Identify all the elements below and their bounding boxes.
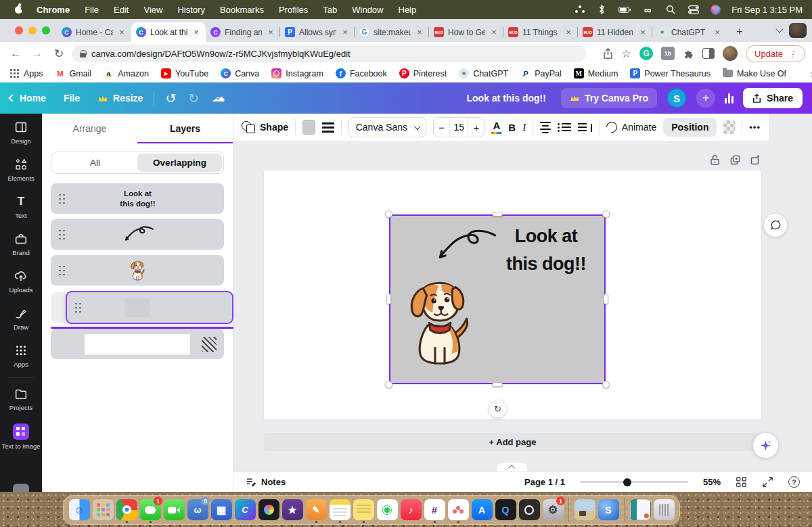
drag-handle-icon[interactable]: [58, 193, 66, 204]
menu-view[interactable]: View: [143, 5, 162, 15]
layer-background[interactable]: [51, 329, 224, 359]
position-button[interactable]: Position: [663, 118, 717, 137]
menubar-clock[interactable]: Fri Sep 1 3:15 PM: [731, 5, 803, 15]
dock-quicktime-icon[interactable]: [495, 497, 516, 523]
forward-button[interactable]: [28, 45, 46, 62]
dock-facetime-icon[interactable]: [163, 497, 185, 523]
blocker-extension-icon[interactable]: [661, 47, 675, 60]
dock-minimized-window-icon[interactable]: [629, 497, 651, 523]
url-text[interactable]: canva.com/design/DAFtO5Wn9ow/z-r5MCJKvjs…: [91, 49, 351, 59]
dock-stacks-icon[interactable]: [574, 497, 595, 523]
dock-finder-icon[interactable]: [68, 497, 90, 523]
dock-davinci-resolve-icon[interactable]: [258, 497, 279, 523]
menu-edit[interactable]: Edit: [114, 5, 129, 15]
bookmark-canva[interactable]: Canva: [221, 68, 259, 78]
tab-11-things[interactable]: 11 Things You: [503, 22, 578, 42]
bold-button[interactable]: B: [508, 122, 516, 133]
dock-pages-icon[interactable]: [305, 497, 327, 523]
file-menu-button[interactable]: File: [64, 93, 80, 104]
omnibox[interactable]: canva.com/design/DAFtO5Wn9ow/z-r5MCJKvjs…: [72, 45, 586, 62]
tab-home-canva[interactable]: Home - Canv: [57, 22, 131, 42]
sidebar-item-elements[interactable]: Elements: [0, 151, 42, 188]
bookmark-pinterest[interactable]: Pinterest: [399, 68, 447, 78]
sidepanel-icon[interactable]: [702, 48, 715, 59]
menu-window[interactable]: Window: [352, 5, 383, 15]
tab-arrange[interactable]: Arrange: [42, 114, 137, 143]
spotlight-icon[interactable]: [664, 4, 677, 15]
control-center-icon[interactable]: [687, 4, 700, 15]
drag-handle-icon[interactable]: [58, 229, 66, 240]
account-avatar[interactable]: S: [667, 88, 687, 108]
new-tab-button[interactable]: [731, 23, 748, 41]
menu-file[interactable]: File: [85, 5, 99, 15]
dock-canva-icon[interactable]: [234, 497, 256, 523]
chrome-update-button[interactable]: Update: [746, 45, 805, 62]
tab-close-icon[interactable]: [713, 28, 722, 37]
border-weight-icon[interactable]: [322, 122, 334, 133]
tab-close-icon[interactable]: [340, 28, 350, 37]
lock-page-button[interactable]: [709, 154, 721, 166]
zoom-level[interactable]: 55%: [703, 477, 721, 487]
dock-settings-icon[interactable]: 1: [542, 497, 564, 523]
partial-app-icon[interactable]: [13, 484, 29, 492]
browser-profile-avatar[interactable]: [723, 46, 738, 61]
dock-screenshot-icon[interactable]: [518, 497, 540, 523]
grammarly-extension-icon[interactable]: [639, 47, 653, 60]
tab-close-icon[interactable]: [117, 28, 127, 37]
sidebar-item-draw[interactable]: Draw: [0, 300, 42, 337]
font-size-value[interactable]: 15: [449, 118, 468, 137]
share-page-icon[interactable]: [603, 48, 613, 60]
help-button[interactable]: [788, 476, 800, 488]
more-options-button[interactable]: •••: [749, 122, 761, 133]
design-text[interactable]: Look atthis dog!!: [491, 223, 602, 278]
dock-slack-icon[interactable]: [424, 497, 445, 523]
back-button[interactable]: [7, 45, 24, 62]
share-button[interactable]: Share: [743, 88, 803, 108]
dock-findmy-icon[interactable]: [376, 497, 398, 523]
tab-search-chevron-icon[interactable]: [775, 25, 783, 32]
menu-bookmarks[interactable]: Bookmarks: [220, 5, 264, 15]
resize-handle-se[interactable]: [602, 381, 610, 388]
zoom-slider[interactable]: [580, 481, 688, 483]
chrome-menu-icon[interactable]: [788, 49, 796, 59]
reload-button[interactable]: [50, 45, 68, 62]
siri-icon[interactable]: [710, 5, 721, 15]
layer-arrow[interactable]: [51, 219, 224, 250]
try-canva-pro-button[interactable]: Try Canva Pro: [561, 88, 657, 108]
text-align-button[interactable]: [540, 122, 551, 133]
filter-all[interactable]: All: [53, 154, 137, 172]
dock-stickies-icon[interactable]: [353, 497, 374, 523]
design-title[interactable]: Look at this dog!!: [466, 93, 545, 104]
menu-help[interactable]: Help: [399, 5, 417, 15]
zoom-slider-thumb[interactable]: [623, 478, 631, 486]
tab-finding[interactable]: Finding and a: [206, 22, 280, 42]
add-page-button-icon[interactable]: [750, 154, 761, 166]
filter-overlapping[interactable]: Overlapping: [137, 154, 222, 172]
bookmark-apps[interactable]: Apps: [9, 68, 43, 78]
bookmark-folder-makeuseof[interactable]: Make Use Of: [723, 69, 786, 78]
animate-button[interactable]: Animate: [606, 122, 656, 133]
tab-close-icon[interactable]: [266, 28, 275, 37]
drag-handle-icon[interactable]: [74, 302, 83, 313]
bookmark-power-thesaurus[interactable]: Power Thesaurus: [630, 68, 710, 78]
battery-icon[interactable]: [618, 4, 631, 15]
texture-swatch[interactable]: [202, 337, 217, 352]
menu-history[interactable]: History: [177, 5, 204, 15]
add-comment-button[interactable]: [764, 214, 787, 237]
rotate-handle[interactable]: [489, 400, 506, 417]
dock-grid-app-icon[interactable]: [210, 497, 232, 523]
tab-site-makeuseof[interactable]: site:makeus: [355, 22, 429, 42]
sidebar-item-text[interactable]: T Text: [0, 188, 42, 225]
apple-menu-icon[interactable]: [14, 4, 24, 15]
sidebar-item-uploads[interactable]: Uploads: [0, 262, 42, 300]
design-dog-illustration[interactable]: [404, 274, 476, 369]
tab-close-icon[interactable]: [191, 28, 201, 37]
magic-assistant-button[interactable]: [753, 433, 778, 458]
resize-handle-ne[interactable]: [602, 210, 610, 218]
menu-profiles[interactable]: Profiles: [279, 5, 308, 15]
add-page-button[interactable]: + Add page: [264, 433, 761, 451]
shape-button[interactable]: Shape: [242, 121, 288, 133]
insights-chart-icon[interactable]: [725, 93, 734, 104]
design-arrow[interactable]: [430, 223, 500, 271]
dock-launchpad-icon[interactable]: [92, 497, 114, 523]
